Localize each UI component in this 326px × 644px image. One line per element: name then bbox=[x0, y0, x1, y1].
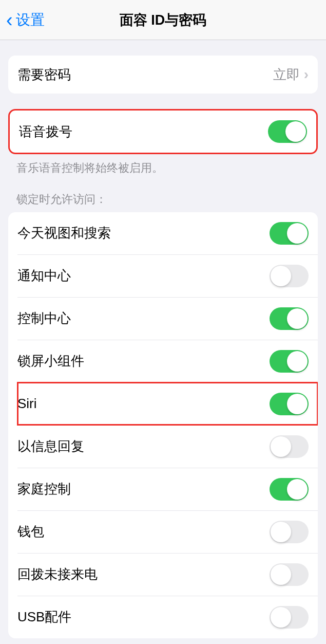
locked-access-footer: iPhone 锁定超过一小时后，需先解锁iPhone才能允许USB 配件连接。 bbox=[0, 638, 326, 644]
voice-dial-group: 语音拨号 bbox=[8, 109, 318, 154]
toggle-knob bbox=[271, 607, 291, 628]
passcode-group: 需要密码 立即 › bbox=[8, 56, 318, 94]
require-passcode-label: 需要密码 bbox=[17, 66, 71, 84]
locked-access-row: Siri bbox=[17, 382, 318, 425]
locked-access-item-label: USB配件 bbox=[17, 608, 71, 626]
locked-access-row: 家庭控制 bbox=[17, 468, 318, 510]
toggle-knob bbox=[285, 121, 306, 142]
locked-access-item-label: 锁屏小组件 bbox=[17, 352, 84, 370]
locked-access-item-label: 钱包 bbox=[17, 523, 44, 541]
back-button[interactable]: ‹ 设置 bbox=[0, 10, 45, 30]
toggle-knob bbox=[287, 394, 308, 414]
nav-header: ‹ 设置 面容 ID与密码 bbox=[0, 0, 326, 40]
locked-access-toggle[interactable] bbox=[270, 265, 309, 287]
voice-dial-toggle[interactable] bbox=[268, 120, 307, 143]
require-passcode-row[interactable]: 需要密码 立即 › bbox=[8, 56, 318, 94]
locked-access-item-label: 控制中心 bbox=[17, 309, 71, 327]
locked-access-item-label: 家庭控制 bbox=[17, 480, 71, 498]
locked-access-header: 锁定时允许访问： bbox=[0, 176, 326, 212]
locked-access-row: 今天视图和搜索 bbox=[8, 212, 318, 254]
locked-access-row: USB配件 bbox=[17, 596, 318, 638]
toggle-knob bbox=[287, 351, 308, 372]
locked-access-item-label: 通知中心 bbox=[17, 267, 71, 285]
locked-access-toggle[interactable] bbox=[270, 393, 309, 415]
locked-access-group: 今天视图和搜索通知中心控制中心锁屏小组件Siri以信息回复家庭控制钱包回拨未接来… bbox=[8, 212, 318, 638]
locked-access-item-label: 回拨未接来电 bbox=[17, 565, 98, 583]
locked-access-toggle[interactable] bbox=[270, 435, 309, 458]
locked-access-item-label: 以信息回复 bbox=[17, 437, 84, 455]
locked-access-toggle[interactable] bbox=[270, 307, 309, 330]
voice-dial-label: 语音拨号 bbox=[19, 123, 72, 141]
locked-access-row: 以信息回复 bbox=[17, 425, 318, 468]
toggle-knob bbox=[287, 308, 308, 329]
toggle-knob bbox=[271, 436, 291, 457]
locked-access-toggle[interactable] bbox=[270, 350, 309, 373]
locked-access-toggle[interactable] bbox=[270, 563, 309, 586]
locked-access-row: 钱包 bbox=[17, 510, 318, 553]
locked-access-toggle[interactable] bbox=[270, 521, 309, 543]
voice-dial-row: 语音拨号 bbox=[10, 111, 316, 153]
toggle-knob bbox=[271, 522, 291, 542]
require-passcode-value: 立即 bbox=[273, 66, 300, 84]
locked-access-item-label: Siri bbox=[17, 396, 37, 412]
locked-access-row: 锁屏小组件 bbox=[17, 340, 318, 382]
toggle-knob bbox=[271, 564, 291, 585]
chevron-right-icon: › bbox=[304, 66, 309, 83]
page-title: 面容 ID与密码 bbox=[120, 11, 207, 29]
locked-access-row: 通知中心 bbox=[17, 254, 318, 297]
locked-access-toggle[interactable] bbox=[270, 478, 309, 501]
locked-access-row: 控制中心 bbox=[17, 297, 318, 340]
chevron-left-icon: ‹ bbox=[6, 10, 13, 30]
toggle-knob bbox=[271, 266, 291, 286]
toggle-knob bbox=[287, 479, 308, 500]
locked-access-row: 回拨未接来电 bbox=[17, 553, 318, 596]
back-label: 设置 bbox=[16, 10, 45, 30]
toggle-knob bbox=[287, 223, 308, 244]
locked-access-item-label: 今天视图和搜索 bbox=[17, 224, 111, 242]
voice-dial-footer: 音乐语音控制将始终被启用。 bbox=[0, 154, 326, 176]
locked-access-toggle[interactable] bbox=[270, 606, 309, 629]
locked-access-toggle[interactable] bbox=[270, 222, 309, 245]
